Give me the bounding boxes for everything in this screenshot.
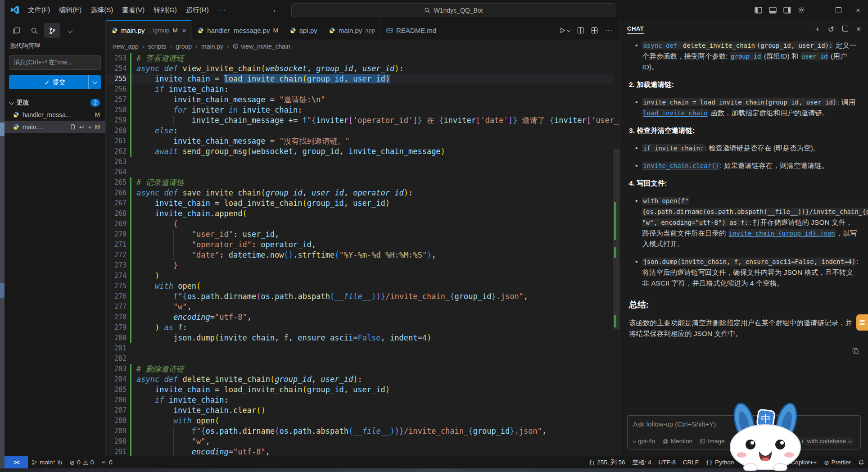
code-line[interactable]: 287invite_chain.clear(): [106, 405, 613, 416]
chat-code-link[interactable]: load_invite_chain: [642, 109, 708, 117]
breadcrumb-item[interactable]: main.py: [201, 43, 223, 50]
indentation-status[interactable]: 空格: 4: [629, 456, 655, 468]
code-line[interactable]: 266async def save_invite_chain(group_id,…: [106, 188, 613, 198]
toggle-panel-icon[interactable]: [765, 3, 780, 17]
ports-status[interactable]: 0: [97, 456, 116, 468]
code-line[interactable]: 258for inviter in invite_chain:: [106, 105, 613, 115]
explorer-icon[interactable]: [8, 23, 24, 38]
code-line[interactable]: 261invite_chain_message = "没有找到邀请链。": [106, 136, 613, 146]
code-editor[interactable]: 253# 查看邀请链254async def view_invite_chain…: [106, 52, 619, 456]
problems-status[interactable]: ⊘0 ⚠0: [66, 456, 97, 468]
code-line[interactable]: 282: [106, 354, 613, 364]
code-line[interactable]: 274): [106, 271, 613, 281]
tab-api-py[interactable]: api.py: [284, 20, 323, 40]
tab-handler-message-py[interactable]: handler_message.py M: [192, 20, 284, 40]
code-line[interactable]: 284async def delete_invite_chain(group_i…: [106, 374, 613, 385]
changed-file-row[interactable]: handler_messa... M: [5, 109, 105, 121]
source-control-icon[interactable]: [44, 23, 60, 38]
menu-view[interactable]: 查看(V): [118, 4, 149, 16]
code-line[interactable]: 265# 记录邀请链: [106, 177, 613, 188]
eol-status[interactable]: CRLF: [679, 456, 702, 468]
breadcrumb-item[interactable]: new_app: [113, 43, 139, 50]
cursor-position[interactable]: 行 255, 列 56: [586, 456, 629, 468]
model-selector[interactable]: gpt-4o: [633, 438, 655, 445]
code-line[interactable]: 280json.dump(invite_chain, f, ensure_asc…: [106, 333, 613, 343]
run-python-file-button[interactable]: [559, 27, 570, 34]
code-line[interactable]: 276f"{os.path.dirname(os.path.abspath(__…: [106, 291, 613, 302]
code-line[interactable]: 286if invite_chain:: [106, 395, 613, 405]
code-line[interactable]: 267invite_chain = load_invite_chain(grou…: [106, 198, 613, 209]
menu-edit[interactable]: 编辑(E): [54, 4, 86, 16]
mention-button[interactable]: @Mention: [662, 438, 692, 445]
menu-selection[interactable]: 选择(S): [86, 4, 118, 16]
menu-more-icon[interactable]: ···: [213, 6, 231, 14]
code-line[interactable]: 273}: [106, 260, 613, 271]
code-line[interactable]: 268invite_chain.append(: [106, 209, 613, 219]
code-line[interactable]: 263: [106, 157, 613, 167]
tab-main-py-group[interactable]: main.py ...\group M ×: [106, 20, 192, 40]
code-line[interactable]: 254async def view_invite_chain(websocket…: [106, 64, 613, 74]
more-views-chevron-icon[interactable]: [62, 23, 78, 38]
editor-layout-icon[interactable]: [591, 27, 598, 34]
changed-file-row-selected[interactable]: main.... ↩ + M: [5, 121, 105, 133]
encoding-status[interactable]: UTF-8: [655, 456, 679, 468]
copy-icon[interactable]: [852, 348, 859, 354]
code-line[interactable]: 264: [106, 167, 613, 177]
code-line[interactable]: 271"operator_id": operator_id,: [106, 240, 613, 250]
chat-code-link[interactable]: invite_chain.clear(): [642, 162, 720, 170]
back-arrow-icon[interactable]: ←: [272, 5, 280, 15]
discard-changes-icon[interactable]: ↩: [79, 123, 85, 131]
close-chat-icon[interactable]: ×: [856, 25, 861, 34]
settings-gear-icon[interactable]: [794, 3, 809, 17]
changes-section-header[interactable]: 更改 2: [5, 96, 105, 109]
remote-indicator[interactable]: ><: [5, 456, 28, 468]
new-chat-icon[interactable]: +: [815, 25, 820, 34]
more-actions-icon[interactable]: ···: [605, 26, 612, 34]
code-line[interactable]: 269{: [106, 219, 613, 229]
chat-history-icon[interactable]: ↺: [828, 25, 834, 34]
breadcrumb-item[interactable]: group: [176, 43, 192, 50]
formatter-status[interactable]: ⊘Prettier: [820, 456, 854, 468]
commit-dropdown[interactable]: [88, 75, 101, 89]
code-line[interactable]: 289f"{os.path.dirname(os.path.abspath(__…: [106, 426, 613, 436]
toggle-secondary-sidebar-icon[interactable]: [780, 3, 794, 17]
commit-button[interactable]: ✓ 提交: [9, 75, 101, 89]
tab-readme-md[interactable]: README.md: [381, 20, 442, 40]
toggle-sidebar-icon[interactable]: [751, 3, 765, 17]
branch-status[interactable]: main* ↻: [28, 456, 66, 468]
code-line[interactable]: 277"w",: [106, 302, 613, 312]
code-line[interactable]: 270"user_id": user_id,: [106, 229, 613, 240]
close-window-button[interactable]: ×: [848, 0, 868, 20]
menu-goto[interactable]: 转到(G): [149, 4, 181, 16]
notifications-bell[interactable]: [854, 456, 868, 468]
breadcrumb-symbol[interactable]: view_invite_chain: [233, 43, 290, 50]
minimize-button[interactable]: –: [809, 0, 828, 20]
code-line[interactable]: 275with open(: [106, 281, 613, 291]
stage-changes-icon[interactable]: +: [88, 123, 92, 131]
code-line[interactable]: 255invite_chain = load_invite_chain(grou…: [106, 74, 613, 84]
restore-button[interactable]: [828, 0, 848, 20]
code-line[interactable]: 279) as f:: [106, 322, 613, 333]
command-center-search[interactable]: W1ndys_QQ_Bot: [291, 3, 615, 17]
breadcrumb-item[interactable]: scripts: [148, 43, 166, 50]
code-line[interactable]: 262await send_group_msg(websocket, group…: [106, 146, 613, 157]
floating-widget-button[interactable]: [856, 314, 868, 331]
code-line[interactable]: 291encoding="utf-8",: [106, 447, 613, 456]
code-line[interactable]: 281: [106, 343, 613, 354]
open-file-icon[interactable]: [70, 124, 76, 130]
code-line[interactable]: 272"date": datetime.now().strftime("%Y-%…: [106, 250, 613, 260]
code-line[interactable]: 288with open(: [106, 416, 613, 426]
code-line[interactable]: 283# 删除邀请链: [106, 364, 613, 374]
code-line[interactable]: 278encoding="utf-8",: [106, 312, 613, 322]
search-icon[interactable]: [26, 23, 42, 38]
chat-code-link[interactable]: invite_chain_{group_id}.json: [728, 229, 836, 237]
commit-message-input[interactable]: 消息(Ctrl+⏎ 在"mai...: [9, 55, 101, 70]
split-editor-icon[interactable]: [577, 27, 584, 34]
menu-file[interactable]: 文件(F): [23, 4, 54, 16]
code-line[interactable]: 260else:: [106, 126, 613, 136]
code-line[interactable]: 256if invite_chain:: [106, 84, 613, 95]
code-line[interactable]: 253# 查看邀请链: [106, 53, 613, 64]
code-line[interactable]: 257invite_chain_message = "邀请链:\n": [106, 95, 613, 105]
code-line[interactable]: 285invite_chain = load_invite_chain(grou…: [106, 385, 613, 395]
code-line[interactable]: 290"w",: [106, 436, 613, 447]
